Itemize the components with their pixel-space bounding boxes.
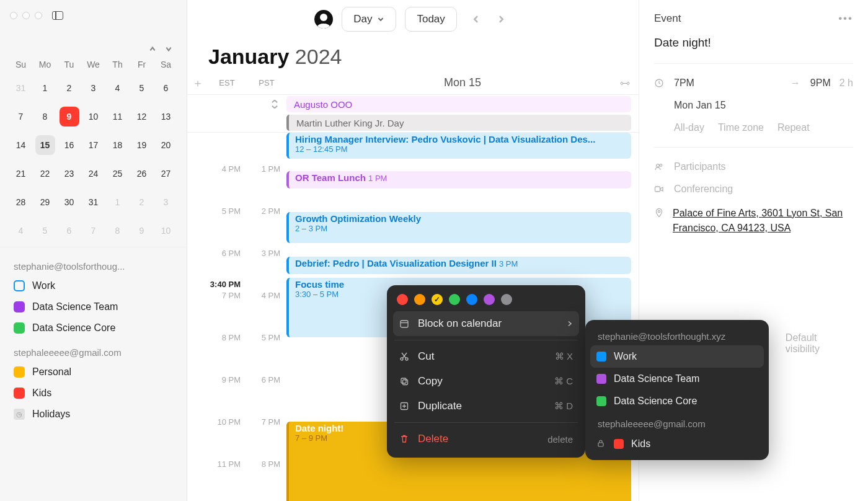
cut-item[interactable]: Cut⌘ X [393, 344, 579, 369]
submenu-calendar-item[interactable]: Work [590, 345, 764, 368]
allday-event[interactable]: Augusto OOO [286, 96, 631, 112]
time-label-est: 8 PM [222, 333, 241, 342]
minimize-window-button[interactable] [22, 12, 30, 19]
user-avatar[interactable] [314, 10, 333, 29]
minical-day[interactable]: 1 [35, 78, 55, 98]
color-option[interactable] [466, 294, 477, 305]
color-option[interactable] [449, 294, 460, 305]
minical-day[interactable]: 28 [11, 192, 31, 212]
minical-day[interactable]: 5 [132, 78, 152, 98]
minical-day[interactable]: 17 [84, 135, 104, 155]
calendar-event[interactable]: Hiring Manager Interview: Pedro Vuskovic… [286, 133, 631, 159]
calendar-item[interactable]: Personal [11, 361, 175, 383]
minical-day[interactable]: 29 [35, 192, 55, 212]
account-header[interactable]: stephanie@toolsforthoug... [11, 252, 175, 275]
calendar-event[interactable]: Debrief: Pedro | Data Visualization Desi… [286, 257, 631, 274]
today-button[interactable]: Today [405, 7, 456, 32]
minical-day[interactable]: 7 [11, 107, 31, 126]
minical-day[interactable]: 31 [84, 192, 104, 212]
minical-day[interactable]: 1 [108, 192, 128, 212]
expand-allday-icon[interactable] [270, 100, 279, 109]
block-on-calendar-item[interactable]: Block on calendar [393, 311, 579, 336]
minical-day[interactable]: 22 [35, 164, 55, 184]
minical-day[interactable]: 23 [60, 164, 79, 184]
timezone-link[interactable]: Time zone [718, 122, 764, 133]
prev-day-button[interactable] [466, 9, 487, 30]
minical-day[interactable]: 8 [35, 107, 55, 126]
conferencing-row[interactable]: Conferencing [654, 184, 853, 195]
submenu-calendar-item[interactable]: Data Science Team [590, 368, 764, 390]
calendar-item[interactable]: Kids [11, 383, 175, 404]
color-option[interactable] [414, 294, 425, 305]
minical-day[interactable]: 2 [60, 78, 79, 98]
details-more-button[interactable]: ••• [838, 12, 853, 25]
minical-day[interactable]: 13 [156, 107, 176, 126]
next-day-button[interactable] [490, 9, 512, 30]
minical-day[interactable]: 6 [60, 221, 79, 241]
calendar-item[interactable]: Data Science Core [11, 317, 175, 339]
delete-item[interactable]: Delete delete [393, 427, 579, 451]
minical-day[interactable]: 16 [60, 135, 79, 155]
calendar-item[interactable]: Data Science Team [11, 296, 175, 317]
timezone-add-button[interactable]: ⧟ [620, 78, 630, 89]
calendar-event[interactable]: OR Team Lunch 1 PM [286, 171, 631, 188]
minical-day[interactable]: 3 [156, 192, 176, 212]
minical-day[interactable]: 11 [108, 107, 128, 126]
minical-day[interactable]: 10 [84, 107, 104, 126]
event-time-row[interactable]: 7PM → 9PM 2 h [654, 78, 853, 89]
minical-day[interactable]: 12 [132, 107, 152, 126]
calendar-item[interactable]: Work [11, 275, 175, 296]
minical-prev-button[interactable] [147, 43, 158, 55]
minical-day[interactable]: 24 [84, 164, 104, 184]
allday-toggle[interactable]: All-day [674, 122, 704, 133]
minical-day[interactable]: 31 [11, 78, 31, 98]
minical-day[interactable]: 9 [132, 221, 152, 241]
minical-day[interactable]: 26 [132, 164, 152, 184]
event-title[interactable]: Date night! [654, 36, 853, 50]
color-option[interactable]: ✓ [432, 294, 443, 305]
view-switcher[interactable]: Day [342, 7, 396, 32]
minical-next-button[interactable] [163, 43, 174, 55]
minical-day[interactable]: 14 [11, 135, 31, 155]
color-option[interactable] [484, 294, 495, 305]
minical-day[interactable]: 3 [84, 78, 104, 98]
minical-day[interactable]: 18 [108, 135, 128, 155]
location-row[interactable]: Palace of Fine Arts, 3601 Lyon St, San F… [654, 206, 853, 236]
time-label-est: 5 PM [222, 206, 241, 216]
repeat-link[interactable]: Repeat [777, 122, 810, 133]
minical-weekday: Tu [64, 60, 74, 69]
calendar-item[interactable]: ◷Holidays [11, 404, 175, 425]
allday-event[interactable]: Martin Luther King Jr. Day [286, 115, 631, 131]
copy-item[interactable]: Copy⌘ C [393, 369, 579, 394]
minical-day[interactable]: 4 [108, 78, 128, 98]
calendar-event[interactable]: Growth Optimization Weekly2 – 3 PM [286, 212, 631, 243]
minical-day[interactable]: 2 [132, 192, 152, 212]
minical-day[interactable]: 8 [108, 221, 128, 241]
minical-day[interactable]: 21 [11, 164, 31, 184]
event-date[interactable]: Mon Jan 15 [654, 100, 853, 111]
minical-day[interactable]: 5 [35, 221, 55, 241]
minical-day[interactable]: 25 [108, 164, 128, 184]
add-event-button[interactable]: ＋ [192, 76, 203, 91]
minical-day[interactable]: 15 [35, 135, 55, 155]
color-option[interactable] [397, 294, 408, 305]
close-window-button[interactable] [10, 12, 17, 19]
minical-day[interactable]: 6 [156, 78, 176, 98]
minical-day[interactable]: 4 [11, 221, 31, 241]
minical-day[interactable]: 9 [60, 107, 79, 126]
minical-day[interactable]: 10 [156, 221, 176, 241]
participants-row[interactable]: Participants [654, 161, 853, 172]
submenu-calendar-item[interactable]: Data Science Core [590, 390, 764, 412]
timezone-pst-header: PST [247, 78, 286, 87]
submenu-calendar-item[interactable]: Kids [590, 433, 764, 455]
maximize-window-button[interactable] [35, 12, 42, 19]
color-option[interactable] [501, 294, 512, 305]
toggle-sidebar-icon[interactable] [52, 11, 63, 20]
minical-day[interactable]: 27 [156, 164, 176, 184]
account-header[interactable]: stephaleeeee@gmail.com [11, 339, 175, 361]
minical-day[interactable]: 19 [132, 135, 152, 155]
minical-day[interactable]: 7 [84, 221, 104, 241]
minical-day[interactable]: 20 [156, 135, 176, 155]
duplicate-item[interactable]: Duplicate⌘ D [393, 394, 579, 419]
minical-day[interactable]: 30 [60, 192, 79, 212]
